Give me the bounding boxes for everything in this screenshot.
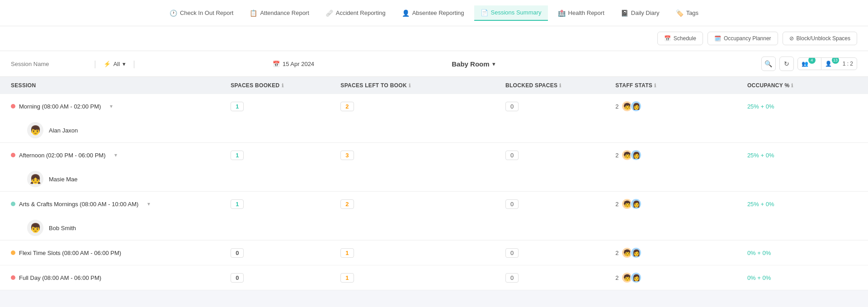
avatar-group: 🧒 👩 xyxy=(621,272,642,283)
child-row: 👦 Bob Smith xyxy=(0,216,868,240)
info-icon[interactable]: ℹ xyxy=(282,83,283,89)
session-name-input[interactable] xyxy=(11,61,87,67)
top-navigation: 🕐Check In Out Report📋Attendance Report🩹A… xyxy=(0,0,868,26)
child-avatar: 👦 xyxy=(27,220,43,236)
session-dot xyxy=(11,275,15,280)
expand-button[interactable]: ▾ xyxy=(147,201,150,207)
staff-stats-cell: 2 🧒 👩 xyxy=(615,149,747,161)
filter-date[interactable]: 📅 15 Apr 2024 xyxy=(142,61,444,67)
session-main-row: Morning (08:00 AM - 02:00 PM) ▾ 1 2 0 2 … xyxy=(0,94,868,118)
staff-stats-cell: 2 🧒 👩 xyxy=(615,100,747,112)
staff-icon-part[interactable]: 👥 4 xyxy=(798,58,821,70)
session-main-row: Full Day (08:00 AM - 06:00 PM) 0 1 0 2 🧒… xyxy=(0,265,868,290)
session-main-row: Afternoon (02:00 PM - 06:00 PM) ▾ 1 3 0 … xyxy=(0,143,868,167)
date-value: 15 Apr 2024 xyxy=(283,61,314,67)
blocked-value: 0 xyxy=(505,273,519,283)
filter-all-label: All xyxy=(113,61,120,67)
spaces-booked-cell: 1 xyxy=(231,102,340,111)
daily-diary-nav-icon: 📓 xyxy=(621,9,628,17)
blocked-value: 0 xyxy=(505,248,519,258)
spaces-booked-cell: 0 xyxy=(231,248,340,258)
info-icon2[interactable]: ℹ xyxy=(409,83,410,89)
blocked-cell: 0 xyxy=(505,151,615,160)
occupancy-planner-button[interactable]: 🗓️ Occupancy Planner xyxy=(708,32,778,45)
blocked-value: 0 xyxy=(505,151,519,160)
occupancy-cell: 25% + 0% xyxy=(747,152,857,159)
refresh-button[interactable]: ↻ xyxy=(779,57,794,71)
staff-ratio-button[interactable]: 👥 4 👤 13 1 : 2 xyxy=(797,57,857,70)
ratio-part[interactable]: 👤 13 1 : 2 xyxy=(821,58,857,70)
session-dot xyxy=(11,153,15,157)
calendar-icon: 📅 xyxy=(273,61,280,67)
th-staff: STAFF STATSℹ xyxy=(615,82,747,89)
info-icon4[interactable]: ℹ xyxy=(654,83,656,89)
avatar-2: 👩 xyxy=(630,247,642,259)
spaces-left-value: 2 xyxy=(340,102,354,111)
staff-count: 2 xyxy=(615,250,618,256)
occupancy-value: 0% + 0% xyxy=(747,274,771,281)
spaces-left-cell: 2 xyxy=(340,102,505,111)
room-label: Baby Room xyxy=(452,60,489,68)
staff-count: 2 xyxy=(615,103,618,110)
table-row: Afternoon (02:00 PM - 06:00 PM) ▾ 1 3 0 … xyxy=(0,143,868,192)
nav-item-absentee[interactable]: 👤Absentee Reporting xyxy=(396,6,471,20)
spaces-booked-cell: 1 xyxy=(231,199,340,209)
table-row: Arts & Crafts Mornings (08:00 AM - 10:00… xyxy=(0,192,868,241)
occupancy-cell: 0% + 0% xyxy=(747,250,857,256)
filter-room[interactable]: Baby Room ▾ xyxy=(452,60,754,68)
nav-item-accident[interactable]: 🩹Accident Reporting xyxy=(319,6,392,20)
spaces-left-value: 1 xyxy=(340,273,354,283)
th-session: SESSION xyxy=(11,82,231,89)
session-dot xyxy=(11,104,15,109)
staff-stats-cell: 2 🧒 👩 xyxy=(615,247,747,259)
nav-item-check-in-out[interactable]: 🕐Check In Out Report xyxy=(163,6,240,20)
ratio-label: 1 : 2 xyxy=(843,61,853,67)
sessions-table: SESSION SPACES BOOKEDℹ SPACES LEFT TO BO… xyxy=(0,77,868,290)
spaces-left-value: 2 xyxy=(340,199,354,209)
filter-bar: | ⚡ All ▾ | 📅 15 Apr 2024 Baby Room ▾ 🔍 … xyxy=(0,51,868,77)
table-header: SESSION SPACES BOOKEDℹ SPACES LEFT TO BO… xyxy=(0,77,868,94)
nav-item-sessions-summary[interactable]: 📄Sessions Summary xyxy=(474,5,548,21)
sessions-summary-nav-label: Sessions Summary xyxy=(491,9,542,16)
th-occupancy: OCCUPANCY %ℹ xyxy=(747,82,857,89)
filter-all[interactable]: ⚡ All ▾ xyxy=(104,61,126,67)
blocked-cell: 0 xyxy=(505,199,615,209)
th-spaces-booked: SPACES BOOKEDℹ xyxy=(231,82,340,89)
health-report-nav-label: Health Report xyxy=(568,9,604,16)
child-name: Alan Jaxon xyxy=(49,127,78,134)
nav-item-daily-diary[interactable]: 📓Daily Diary xyxy=(614,6,666,20)
tags-nav-icon: 🏷️ xyxy=(676,9,684,17)
occupancy-value: 25% + 0% xyxy=(747,201,774,208)
schedule-button[interactable]: 📅 Schedule xyxy=(657,32,703,45)
info-icon3[interactable]: ℹ xyxy=(559,83,561,89)
blocked-cell: 0 xyxy=(505,248,615,258)
daily-diary-nav-label: Daily Diary xyxy=(631,9,660,16)
occupancy-value: 25% + 0% xyxy=(747,103,774,110)
info-icon5[interactable]: ℹ xyxy=(791,83,793,89)
occupancy-planner-icon: 🗓️ xyxy=(714,35,721,42)
session-name: Afternoon (02:00 PM - 06:00 PM) ▾ xyxy=(11,152,231,159)
child-name: Masie Mae xyxy=(49,176,78,183)
nav-item-attendance[interactable]: 📋Attendance Report xyxy=(243,6,315,20)
occupancy-planner-label: Occupancy Planner xyxy=(724,35,771,42)
expand-button[interactable]: ▾ xyxy=(110,103,113,109)
spaces-left-cell: 1 xyxy=(340,248,505,258)
block-unblock-button[interactable]: ⊘ Block/Unblock Spaces xyxy=(783,32,857,45)
health-report-nav-icon: 🏥 xyxy=(558,9,566,17)
check-in-out-nav-label: Check In Out Report xyxy=(180,9,234,16)
table-body: Morning (08:00 AM - 02:00 PM) ▾ 1 2 0 2 … xyxy=(0,94,868,290)
occupancy-cell: 25% + 0% xyxy=(747,103,857,110)
filter-divider2: | xyxy=(133,59,135,69)
nav-item-tags[interactable]: 🏷️Tags xyxy=(670,6,705,20)
session-name: Full Day (08:00 AM - 06:00 PM) xyxy=(11,274,231,281)
nav-item-health-report[interactable]: 🏥Health Report xyxy=(552,6,611,20)
avatar-2: 👩 xyxy=(630,272,642,283)
schedule-label: Schedule xyxy=(674,35,696,42)
expand-button[interactable]: ▾ xyxy=(114,152,117,158)
spaces-booked-value: 0 xyxy=(231,273,244,283)
schedule-icon: 📅 xyxy=(664,35,671,42)
toolbar: 📅 Schedule 🗓️ Occupancy Planner ⊘ Block/… xyxy=(0,26,868,51)
absentee-nav-label: Absentee Reporting xyxy=(412,9,464,16)
occupancy-cell: 0% + 0% xyxy=(747,274,857,281)
search-button[interactable]: 🔍 xyxy=(761,57,776,71)
